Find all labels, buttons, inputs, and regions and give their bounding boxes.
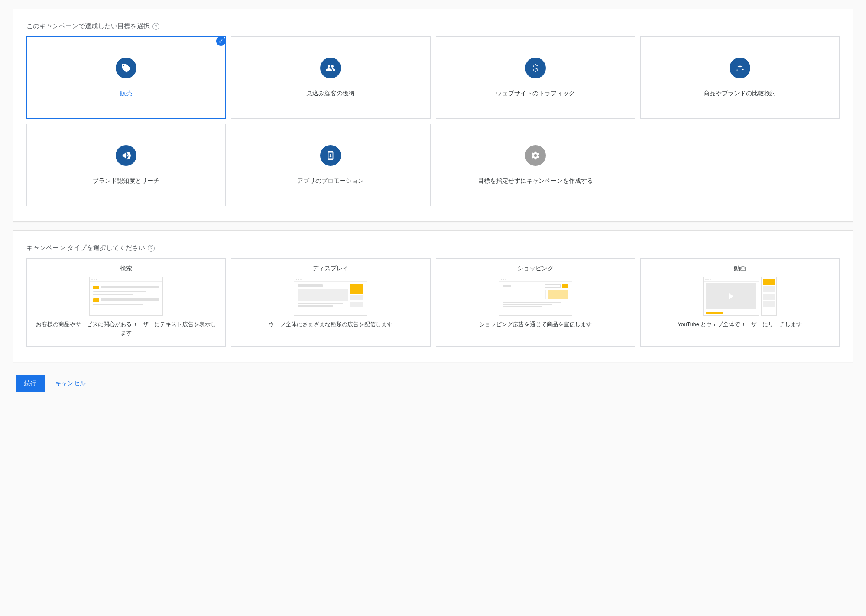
type-title: 動画 <box>649 265 831 272</box>
goal-label: ブランド認知度とリーチ <box>93 176 159 185</box>
goal-grid: ✓ 販売 見込み顧客の獲得 ウェブサイトのトラフィック 商品やブランドの比較検討 <box>26 36 840 206</box>
cursor-icon <box>525 58 546 78</box>
goal-card-traffic[interactable]: ウェブサイトのトラフィック <box>436 36 635 119</box>
type-card-shopping[interactable]: ショッピング <box>436 258 635 347</box>
tag-icon <box>116 58 136 78</box>
sparkle-icon <box>730 58 750 78</box>
type-title: 検索 <box>35 265 217 272</box>
shopping-thumb-icon <box>499 277 572 316</box>
goal-panel-title-text: このキャンペーンで達成したい目標を選択 <box>26 22 150 30</box>
goal-panel: このキャンペーンで達成したい目標を選択 ? ✓ 販売 見込み顧客の獲得 ウェブサ… <box>13 9 853 222</box>
type-desc: ショッピング広告を通じて商品を宣伝します <box>444 320 627 329</box>
display-thumb-icon <box>294 277 367 316</box>
video-thumb-icon <box>703 277 777 316</box>
type-panel-title-text: キャンペーン タイプを選択してください <box>26 244 145 252</box>
type-panel: キャンペーン タイプを選択してください ? 検索 お客様の商品やサービスに関心が… <box>13 230 853 362</box>
goal-panel-title: このキャンペーンで達成したい目標を選択 ? <box>26 22 840 30</box>
gear-icon <box>525 145 546 166</box>
goal-card-consideration[interactable]: 商品やブランドの比較検討 <box>640 36 840 119</box>
type-card-video[interactable]: 動画 YouTube とウェブ全体でユーザーにリーチします <box>640 258 840 347</box>
help-icon[interactable]: ? <box>148 245 155 252</box>
search-thumb-icon <box>89 277 163 316</box>
goal-card-sales[interactable]: ✓ 販売 <box>26 36 226 119</box>
continue-button[interactable]: 続行 <box>16 375 45 392</box>
goal-label: 目標を指定せずにキャンペーンを作成する <box>478 176 593 185</box>
goal-label: 販売 <box>120 89 132 98</box>
type-desc: お客様の商品やサービスに関心があるユーザーにテキスト広告を表示します <box>35 320 217 337</box>
goal-label: アプリのプロモーション <box>297 176 364 185</box>
type-desc: ウェブ全体にさまざまな種類の広告を配信します <box>239 320 422 329</box>
type-title: ディスプレイ <box>239 265 422 272</box>
type-card-search[interactable]: 検索 お客様の商品やサービスに関心があるユーザーにテキスト広告を表示します <box>26 258 226 347</box>
type-title: ショッピング <box>444 265 627 272</box>
goal-card-no-goal[interactable]: 目標を指定せずにキャンペーンを作成する <box>436 124 635 206</box>
goal-label: 見込み顧客の獲得 <box>306 89 355 98</box>
type-panel-title: キャンペーン タイプを選択してください ? <box>26 244 840 252</box>
type-grid: 検索 お客様の商品やサービスに関心があるユーザーにテキスト広告を表示します ディ… <box>26 258 840 347</box>
action-row: 続行 キャンセル <box>13 371 853 396</box>
goal-card-app[interactable]: アプリのプロモーション <box>231 124 430 206</box>
goal-card-awareness[interactable]: ブランド認知度とリーチ <box>26 124 226 206</box>
cancel-button[interactable]: キャンセル <box>55 379 86 387</box>
people-icon <box>320 58 341 78</box>
megaphone-icon <box>116 145 136 166</box>
type-card-display[interactable]: ディスプレイ ウェブ全体にさまざまな <box>231 258 430 347</box>
check-icon: ✓ <box>216 36 226 46</box>
goal-label: 商品やブランドの比較検討 <box>704 89 776 98</box>
help-icon[interactable]: ? <box>152 23 159 30</box>
app-download-icon <box>320 145 341 166</box>
type-desc: YouTube とウェブ全体でユーザーにリーチします <box>649 320 831 329</box>
goal-card-leads[interactable]: 見込み顧客の獲得 <box>231 36 430 119</box>
goal-label: ウェブサイトのトラフィック <box>496 89 575 98</box>
